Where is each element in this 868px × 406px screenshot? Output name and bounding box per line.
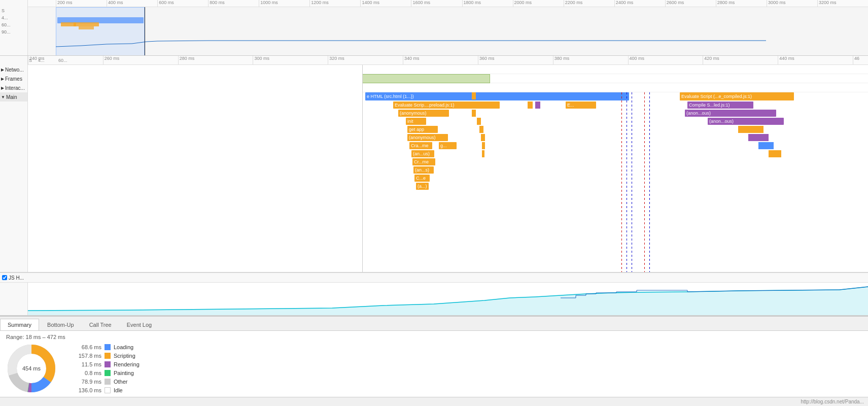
bar-evaluate-script[interactable]: Evaluate Scrip....preload.js:1) xyxy=(393,101,500,109)
bar-anon2[interactable]: (anonymous) xyxy=(407,134,448,141)
tick-12: 2600 ms xyxy=(665,0,716,7)
flame-tick-420: 420 ms xyxy=(703,56,778,64)
memory-sidebar xyxy=(0,283,28,315)
vline-blue-2 xyxy=(632,92,632,272)
memory-content[interactable] xyxy=(28,283,868,315)
bar-c-e[interactable]: C...e xyxy=(414,175,430,182)
flame-tick-260: 260 ms xyxy=(103,56,178,64)
tick-13: 2800 ms xyxy=(716,0,767,7)
legend-label-loading: Loading xyxy=(114,344,133,350)
legend-item-other: 78.9 ms Other xyxy=(72,379,140,385)
legend-label-painting: Painting xyxy=(114,370,134,376)
bar-evaluate-script2[interactable]: Evaluate Script (...e_compiled.js:1) xyxy=(680,92,794,100)
overview-canvas[interactable] xyxy=(28,7,868,55)
small-bar-6 xyxy=(477,118,481,125)
legend-item-loading: 68.6 ms Loading xyxy=(72,344,140,350)
overview-ruler: 200 ms 400 ms 600 ms 800 ms 1000 ms 1200… xyxy=(28,0,868,7)
flame-ruler: S 4... 60... 240 ms 260 ms 280 ms 300 ms… xyxy=(28,56,868,65)
tick-8: 1800 ms xyxy=(462,0,513,7)
arrow-network: ▶ xyxy=(1,67,4,72)
tab-bottom-up[interactable]: Bottom-Up xyxy=(40,319,81,330)
bar-init[interactable]: init xyxy=(406,118,426,125)
bar-anon1[interactable]: (anon...ous) xyxy=(685,110,776,117)
bar-an-s[interactable]: (an...s) xyxy=(413,166,434,174)
sidebar-label-frames: Frames xyxy=(5,76,22,82)
flame-tick-300: 300 ms xyxy=(253,56,328,64)
bar-e-small[interactable]: E... xyxy=(566,101,596,109)
bar-anon2[interactable]: (anon...ous) xyxy=(708,118,784,125)
flame-rows: 154.3 ms e HTML (src.html (1...}) Evalua… xyxy=(28,65,868,272)
bar-cr-me[interactable]: Cr...me xyxy=(412,158,435,165)
tick-2: 600 ms xyxy=(157,0,208,7)
app: S 4... 60... 90... 200 ms 400 ms 600 ms … xyxy=(0,0,868,406)
small-bar-1 xyxy=(528,101,533,109)
legend-label-scripting: Scripting xyxy=(114,353,135,359)
sidebar-item-interact[interactable]: ▶ Interac... xyxy=(0,83,27,92)
donut-chart: 454 ms xyxy=(6,343,57,394)
tick-15: 3200 ms xyxy=(817,0,868,7)
legend-label-other: Other xyxy=(114,379,128,385)
flame-content[interactable]: S 4... 60... 240 ms 260 ms 280 ms 300 ms… xyxy=(28,56,868,272)
tab-summary[interactable]: Summary xyxy=(0,319,39,330)
cursor-line-overview xyxy=(145,7,145,55)
small-bar-4 xyxy=(472,101,476,109)
tab-event-log[interactable]: Event Log xyxy=(120,319,159,330)
small-bar-9 xyxy=(482,142,485,149)
tick-6: 1400 ms xyxy=(360,0,411,7)
overview-label-s: S xyxy=(0,7,27,14)
vline-blue-3 xyxy=(649,92,650,272)
legend-value-loading: 68.6 ms xyxy=(72,344,101,350)
overview-ruler-area[interactable]: 200 ms 400 ms 600 ms 800 ms 1000 ms 1200… xyxy=(28,0,868,55)
sidebar-item-main[interactable]: ▼ Main xyxy=(0,92,27,101)
flame-tick-280: 280 ms xyxy=(178,56,253,64)
legend-value-scripting: 157.8 ms xyxy=(72,353,101,359)
memory-section xyxy=(0,283,868,316)
small-bar-3 xyxy=(472,92,476,99)
flame-tick-46: 46 xyxy=(853,56,868,64)
legend-item-scripting: 157.8 ms Scripting xyxy=(72,353,140,359)
bar-anon-main[interactable]: (anonymous) xyxy=(398,110,449,117)
heap-graph-svg xyxy=(28,283,868,315)
js-heap-checkbox[interactable] xyxy=(2,275,7,280)
overview-labels: S 4... 60... 90... xyxy=(0,0,28,55)
summary-content: Range: 18 ms – 472 ms xyxy=(0,331,868,397)
legend-label-rendering: Rendering xyxy=(114,361,140,367)
tick-4: 1000 ms xyxy=(259,0,309,7)
mini-bar-3 xyxy=(79,26,94,29)
bar-compile-s[interactable]: Compile S...led.js:1) xyxy=(687,101,753,109)
js-heap-row: JS H... xyxy=(0,273,868,283)
bar-a[interactable]: (a...) xyxy=(416,183,429,190)
status-bar: http://blog.csdn.net/Panda... xyxy=(0,397,868,406)
legend-item-painting: 0.8 ms Painting xyxy=(72,370,140,376)
tick-5: 1200 ms xyxy=(309,0,360,7)
bar-g[interactable]: g... xyxy=(439,142,457,149)
right-bar-3 xyxy=(758,142,774,149)
tick-7: 1600 ms xyxy=(411,0,462,7)
flame-ruler-ticks-container: 240 ms 260 ms 280 ms 300 ms 320 ms 340 m… xyxy=(28,56,868,64)
legend-value-painting: 0.8 ms xyxy=(72,370,101,376)
legend-color-other xyxy=(105,379,111,385)
bar-cra-me[interactable]: Cra...me xyxy=(409,142,432,149)
bar-get-app[interactable]: get app xyxy=(407,126,438,133)
ruler-ticks-row: 200 ms 400 ms 600 ms 800 ms 1000 ms 1200… xyxy=(56,0,868,7)
flame-tick-400: 400 ms xyxy=(628,56,703,64)
js-heap-mini xyxy=(56,51,868,52)
tick-9: 2000 ms xyxy=(513,0,564,7)
legend-color-rendering xyxy=(105,361,111,367)
status-url: http://blog.csdn.net/Panda... xyxy=(801,399,864,404)
donut-center: 454 ms xyxy=(22,365,41,371)
flame-tick-360: 360 ms xyxy=(478,56,553,64)
right-bar-1 xyxy=(738,126,763,133)
small-bar-8 xyxy=(481,134,485,141)
white-overlay-panel xyxy=(28,65,363,272)
sidebar-item-network[interactable]: ▶ Netwo... xyxy=(0,65,27,74)
legend-item-idle: 136.0 ms Idle xyxy=(72,387,140,393)
flame-tick-380: 380 ms xyxy=(553,56,628,64)
flame-tick-240: 240 ms xyxy=(28,56,103,64)
legend-color-loading xyxy=(105,344,111,350)
sidebar-item-frames[interactable]: ▶ Frames xyxy=(0,74,27,83)
bar-an-us[interactable]: (an...us) xyxy=(411,150,434,157)
bar-parse-html[interactable]: e HTML (src.html (1...}) xyxy=(365,92,629,100)
small-bar-2 xyxy=(535,101,540,109)
tab-call-tree[interactable]: Call Tree xyxy=(82,319,119,330)
